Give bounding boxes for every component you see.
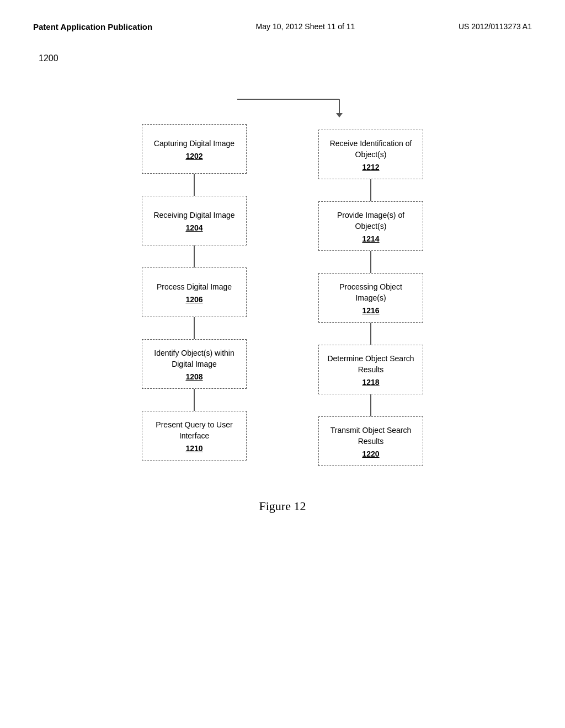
arrow-1216-1218 [370, 323, 371, 345]
box-1218: Determine Object Search Results 1218 [318, 345, 423, 394]
right-flow-column: Receive Identification of Object(s) 1212… [316, 91, 426, 466]
box-1214: Provide Image(s) of Object(s) 1214 [318, 201, 423, 251]
sheet-info: May 10, 2012 Sheet 11 of 11 [256, 22, 355, 31]
box-1204: Receiving Digital Image 1204 [142, 196, 247, 245]
arrow-1204-1206 [194, 245, 195, 267]
diagram-area: 1200 Capturing Digital Image 1202 [0, 42, 565, 536]
arrow-1214-1216 [370, 251, 371, 273]
diagram-label: 1200 [39, 53, 532, 63]
arrow-1212-1214 [370, 179, 371, 201]
left-flow-column: Capturing Digital Image 1202 Receiving D… [139, 124, 249, 466]
arrow-1202-1204 [194, 174, 195, 196]
flow-container: Capturing Digital Image 1202 Receiving D… [33, 80, 532, 466]
box-1206: Process Digital Image 1206 [142, 267, 247, 317]
box-1216: Processing Object Image(s) 1216 [318, 273, 423, 323]
arrow-1218-1220 [370, 394, 371, 416]
arrow-1206-1208 [194, 317, 195, 339]
figure-caption: Figure 12 [33, 499, 532, 513]
box-1212: Receive Identification of Object(s) 1212 [318, 130, 423, 179]
publication-label: Patent Application Publication [33, 22, 152, 31]
box-1208: Identify Object(s) within Digital Image … [142, 339, 247, 389]
box-1210: Present Query to User Interface 1210 [142, 411, 247, 461]
patent-number: US 2012/0113273 A1 [459, 22, 532, 31]
box-1202: Capturing Digital Image 1202 [142, 124, 247, 174]
arrow-1208-1210 [194, 389, 195, 411]
page-header: Patent Application Publication May 10, 2… [0, 0, 565, 42]
box-1220: Transmit Object Search Results 1220 [318, 416, 423, 466]
